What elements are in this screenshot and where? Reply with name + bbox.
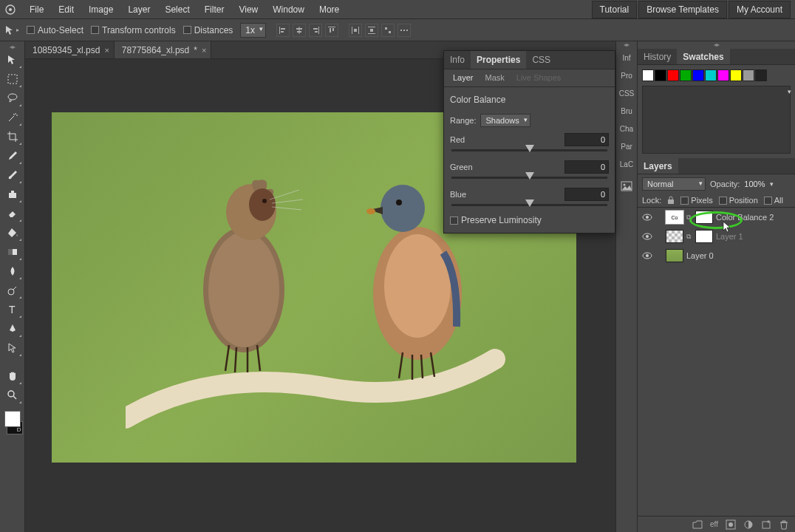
align-top-icon[interactable] <box>325 24 338 37</box>
preserve-luminosity-checkbox[interactable]: Preserve Luminosity <box>450 215 609 225</box>
lock-position-checkbox[interactable]: Position <box>719 196 758 205</box>
green-slider[interactable] <box>451 177 607 179</box>
path-select-tool[interactable] <box>2 338 23 358</box>
wand-tool[interactable] <box>2 108 23 127</box>
link-icon[interactable]: ⧉ <box>686 214 692 222</box>
history-tab[interactable]: History <box>638 49 677 64</box>
fx-button[interactable]: eff <box>710 520 718 528</box>
swatches-dropdown-icon[interactable]: ▾ <box>788 88 791 95</box>
swatches-tab[interactable]: Swatches <box>677 49 729 64</box>
right-panels-collapse-icon[interactable]: ◂▸ <box>638 41 795 49</box>
move-tool[interactable] <box>2 50 23 69</box>
folder-icon[interactable] <box>692 519 703 530</box>
strip-image-icon[interactable] <box>616 177 637 195</box>
layer-name[interactable]: Color Balance 2 <box>716 213 774 222</box>
dodge-tool[interactable] <box>2 281 23 300</box>
adjustment-thumb[interactable]: Co <box>666 211 683 224</box>
layer-name[interactable]: Layer 1 <box>716 232 743 241</box>
visibility-icon[interactable] <box>642 232 652 241</box>
menu-image[interactable]: Image <box>81 1 120 18</box>
align-left-icon[interactable] <box>276 24 290 37</box>
strip-collapse-icon[interactable]: ◂▸ <box>616 41 637 49</box>
swatch-yellow[interactable] <box>730 69 742 81</box>
foreground-color-swatch[interactable] <box>4 411 21 427</box>
lock-pixels-checkbox[interactable]: Pixels <box>680 196 712 205</box>
distribute-2-icon[interactable] <box>365 24 378 37</box>
menu-select[interactable]: Select <box>157 1 197 18</box>
menu-window[interactable]: Window <box>265 1 312 18</box>
distribute-4-icon[interactable] <box>398 24 411 37</box>
link-icon[interactable]: ⧉ <box>686 233 692 241</box>
gradient-tool[interactable] <box>2 242 23 262</box>
adjustment-button-icon[interactable] <box>743 519 754 530</box>
menu-browse-templates[interactable]: Browse Templates <box>638 1 727 18</box>
distances-checkbox[interactable]: Distances <box>183 25 233 35</box>
zoom-tool[interactable] <box>2 386 23 405</box>
toolbar-collapse-icon[interactable]: ◂▸ <box>0 43 24 50</box>
swatch-cyan[interactable] <box>705 69 717 81</box>
layers-panel-title[interactable]: Layers <box>638 158 678 174</box>
strip-css[interactable]: CSS <box>616 84 637 102</box>
delete-layer-icon[interactable] <box>779 519 789 530</box>
active-tool-icon[interactable]: ▸ <box>4 23 19 38</box>
menu-view[interactable]: View <box>231 1 265 18</box>
visibility-icon[interactable] <box>642 251 652 260</box>
mask-subtab[interactable]: Mask <box>480 69 511 86</box>
zoom-select[interactable]: 1x <box>240 23 266 38</box>
blend-mode-select[interactable]: Normal <box>642 177 706 191</box>
menu-edit[interactable]: Edit <box>51 1 81 18</box>
lock-all-checkbox[interactable]: All <box>764 196 783 205</box>
menu-file[interactable]: File <box>22 1 51 18</box>
menu-filter[interactable]: Filter <box>197 1 232 18</box>
layer-thumb[interactable] <box>666 230 683 243</box>
document-tab-2[interactable]: 78775864_xl.psd*× <box>115 41 212 58</box>
crop-tool[interactable] <box>2 127 23 146</box>
css-tab[interactable]: CSS <box>526 51 556 69</box>
strip-info[interactable]: Inf <box>616 49 637 66</box>
strip-brush[interactable]: Bru <box>616 102 637 120</box>
mask-thumb[interactable] <box>695 230 713 243</box>
align-right-icon[interactable] <box>309 24 322 37</box>
blue-slider[interactable] <box>451 204 607 206</box>
bucket-tool[interactable] <box>2 223 23 242</box>
blue-value-input[interactable]: 0 <box>564 188 609 201</box>
lasso-tool[interactable] <box>2 89 23 108</box>
menu-my-account[interactable]: My Account <box>729 1 791 18</box>
blue-slider-thumb[interactable] <box>525 200 534 207</box>
brush-tool[interactable] <box>2 166 23 185</box>
swatch-dark[interactable] <box>755 69 767 81</box>
red-slider[interactable] <box>451 149 607 151</box>
layer-subtab[interactable]: Layer <box>447 69 480 86</box>
document-tab-1[interactable]: 10859345_xl.psd× <box>25 41 115 58</box>
close-tab-1-icon[interactable]: × <box>104 46 109 55</box>
transform-controls-checkbox[interactable]: Transform controls <box>91 25 176 35</box>
new-layer-icon[interactable] <box>761 519 771 530</box>
swatch-red[interactable] <box>667 69 679 81</box>
align-center-h-icon[interactable] <box>293 24 306 37</box>
layer-name[interactable]: Layer 0 <box>686 251 714 260</box>
swatch-blue[interactable] <box>692 69 704 81</box>
mask-thumb[interactable] <box>695 211 713 224</box>
green-value-input[interactable]: 0 <box>564 160 609 174</box>
menu-more[interactable]: More <box>312 1 347 18</box>
blur-tool[interactable] <box>2 262 23 281</box>
opacity-dropdown-icon[interactable]: ▾ <box>770 180 774 188</box>
range-select[interactable]: Shadows <box>480 114 530 127</box>
swatch-green[interactable] <box>680 69 692 81</box>
layer-thumb[interactable] <box>666 249 683 262</box>
swatch-gray[interactable] <box>743 69 754 81</box>
auto-select-checkbox[interactable]: Auto-Select <box>27 25 83 35</box>
strip-properties[interactable]: Pro <box>616 66 637 84</box>
opacity-value[interactable]: 100% <box>744 180 765 188</box>
layer-row-layer1[interactable]: ⧉ Layer 1 <box>638 227 795 246</box>
strip-paragraph[interactable]: Par <box>616 137 637 155</box>
red-value-input[interactable]: 0 <box>564 133 609 146</box>
red-slider-thumb[interactable] <box>525 145 534 152</box>
menu-layer[interactable]: Layer <box>120 1 157 18</box>
distribute-1-icon[interactable] <box>349 24 362 37</box>
swatch-black[interactable] <box>655 69 666 81</box>
type-tool[interactable]: T <box>2 300 23 319</box>
distribute-3-icon[interactable] <box>381 24 395 37</box>
app-logo[interactable] <box>4 4 16 16</box>
layer-row-color-balance[interactable]: Co ⧉ Color Balance 2 <box>638 208 795 227</box>
